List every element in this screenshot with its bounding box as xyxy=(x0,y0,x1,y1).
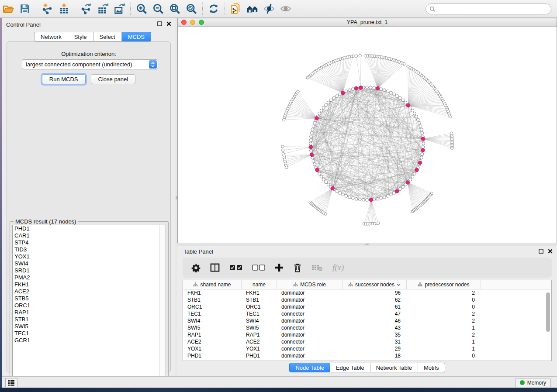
dominator-node[interactable] xyxy=(395,189,398,193)
first-neighbors-button[interactable] xyxy=(244,1,261,16)
mcds-result-item[interactable]: FKH1 xyxy=(13,281,166,288)
mcds-result-item[interactable]: GCR1 xyxy=(13,337,166,344)
network-node[interactable] xyxy=(352,197,355,200)
network-node[interactable] xyxy=(411,175,414,178)
table-row[interactable]: YOX1YOX1connector291 xyxy=(183,345,551,352)
dominator-node[interactable] xyxy=(418,161,422,165)
dominator-node[interactable] xyxy=(341,91,345,94)
network-node[interactable] xyxy=(312,125,315,128)
column-header-name[interactable]: name xyxy=(242,280,277,289)
dominator-node[interactable] xyxy=(309,145,312,149)
tab-mcds[interactable]: MCDS xyxy=(122,32,151,41)
optimization-criterion-select[interactable]: largest connected component (undirected) xyxy=(22,59,158,69)
table-row[interactable]: SWI5SWI5connector431 xyxy=(183,324,551,331)
column-header-shared-name[interactable]: shared name xyxy=(183,280,242,289)
share-document-button[interactable] xyxy=(228,1,244,16)
float-panel-icon[interactable] xyxy=(539,249,543,254)
network-node[interactable] xyxy=(281,145,284,148)
network-node[interactable] xyxy=(398,96,401,100)
network-node[interactable] xyxy=(404,101,407,104)
network-node[interactable] xyxy=(407,65,409,68)
memory-button[interactable]: Memory xyxy=(515,378,551,387)
table-row[interactable]: FKH1FKH1dominator962 xyxy=(183,289,551,296)
network-node[interactable] xyxy=(380,197,383,200)
network-node[interactable] xyxy=(396,95,399,98)
hide-selected-button[interactable] xyxy=(261,1,277,16)
network-node[interactable] xyxy=(352,88,355,91)
tab-style[interactable]: Style xyxy=(68,32,93,41)
network-node[interactable] xyxy=(348,196,351,199)
network-canvas-svg[interactable] xyxy=(178,27,557,243)
network-node[interactable] xyxy=(322,178,325,181)
network-node[interactable] xyxy=(325,103,328,107)
tab-node-table[interactable]: Node Table xyxy=(289,363,330,372)
dominator-node[interactable] xyxy=(421,137,425,141)
network-node[interactable] xyxy=(336,190,339,193)
network-node[interactable] xyxy=(309,142,312,145)
dominator-node[interactable] xyxy=(315,117,318,120)
table-row[interactable]: SWI4SWI4dominator462 xyxy=(183,317,551,324)
mcds-result-item[interactable]: YOX1 xyxy=(13,253,166,260)
network-node[interactable] xyxy=(386,195,389,198)
mcds-result-list[interactable]: PHD1CAR1STP4TID3YOX1SWI4SRD1PMA2FKH1ACE2… xyxy=(12,225,166,382)
dominator-node[interactable] xyxy=(315,168,319,172)
zoom-out-button[interactable] xyxy=(150,1,166,16)
network-node[interactable] xyxy=(332,96,336,100)
network-node[interactable] xyxy=(401,99,405,102)
network-node[interactable] xyxy=(309,139,312,142)
network-node[interactable] xyxy=(416,118,419,121)
column-header-successor-nodes[interactable]: successor nodes xyxy=(343,280,407,289)
tab-network-table[interactable]: Network Table xyxy=(370,363,418,372)
mcds-result-item[interactable]: STB5 xyxy=(13,295,166,302)
search-input[interactable] xyxy=(436,5,551,14)
table-row[interactable]: TEC1TEC1connector472 xyxy=(183,310,551,317)
network-node[interactable] xyxy=(413,112,416,115)
network-node[interactable] xyxy=(421,153,424,156)
table-settings-gear-icon[interactable] xyxy=(191,263,201,272)
network-node[interactable] xyxy=(312,160,315,163)
network-node[interactable] xyxy=(420,156,423,159)
network-node[interactable] xyxy=(376,197,379,200)
tab-motifs[interactable]: Motifs xyxy=(418,363,445,372)
table-scrollbar-thumb[interactable] xyxy=(546,292,550,332)
close-panel-button[interactable]: Close panel xyxy=(91,74,136,84)
network-node[interactable] xyxy=(318,112,321,115)
mcds-result-item[interactable]: STP4 xyxy=(13,239,166,246)
network-node[interactable] xyxy=(355,55,357,57)
export-image-button[interactable] xyxy=(111,1,128,16)
network-node[interactable] xyxy=(355,197,358,200)
export-network-button[interactable] xyxy=(78,1,94,16)
import-network-button[interactable] xyxy=(39,1,55,16)
mcds-result-item[interactable]: SWI4 xyxy=(13,260,166,267)
network-node[interactable] xyxy=(383,89,386,92)
tab-edge-table[interactable]: Edge Table xyxy=(330,363,370,372)
network-node[interactable] xyxy=(329,99,332,102)
mcds-result-item[interactable]: SWI5 xyxy=(13,323,166,330)
network-node[interactable] xyxy=(383,196,386,199)
network-node[interactable] xyxy=(310,135,313,138)
dominator-node[interactable] xyxy=(370,198,373,201)
network-node[interactable] xyxy=(336,95,339,98)
network-node[interactable] xyxy=(320,175,323,178)
network-node[interactable] xyxy=(358,198,361,201)
network-node[interactable] xyxy=(422,142,425,145)
network-node[interactable] xyxy=(411,109,414,112)
network-node[interactable] xyxy=(415,115,418,118)
delete-column-trash-icon[interactable] xyxy=(293,263,302,272)
mcds-result-item[interactable]: ACE2 xyxy=(13,288,166,295)
network-node[interactable] xyxy=(345,195,348,198)
add-column-icon[interactable] xyxy=(275,263,284,272)
network-node[interactable] xyxy=(281,149,284,151)
tab-select[interactable]: Select xyxy=(93,32,122,41)
network-node[interactable] xyxy=(362,198,365,201)
dominator-node[interactable] xyxy=(406,103,410,107)
refresh-view-button[interactable] xyxy=(205,1,222,16)
network-window-titlebar[interactable]: YPA_prune.txt_1 xyxy=(178,18,557,27)
float-panel-icon[interactable] xyxy=(157,21,162,26)
zoom-fit-button[interactable] xyxy=(166,1,183,16)
network-node[interactable] xyxy=(418,121,421,124)
network-node[interactable] xyxy=(285,166,288,168)
network-node[interactable] xyxy=(369,86,372,89)
network-node[interactable] xyxy=(366,86,369,89)
open-file-button[interactable] xyxy=(0,1,17,16)
